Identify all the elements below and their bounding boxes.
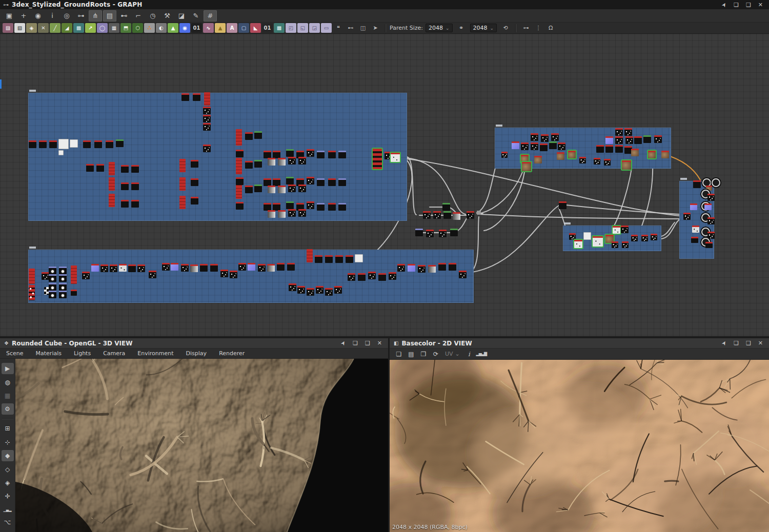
flat-shading-icon[interactable]: ◈ xyxy=(2,477,14,488)
graph-node-nn[interactable] xyxy=(298,209,306,217)
graph-node-nk[interactable] xyxy=(29,140,36,148)
frame-create-icon[interactable]: ◫ xyxy=(357,23,369,33)
graph-node-got[interactable] xyxy=(373,149,382,169)
bitmap-node-icon[interactable]: ▨ xyxy=(3,23,13,33)
float-window-icon[interactable]: ❏ xyxy=(353,340,358,346)
graph-node-rt[interactable] xyxy=(109,194,115,207)
stack-align-icon[interactable]: ⋮ xyxy=(533,23,544,33)
graph-node-nn[interactable] xyxy=(604,159,611,166)
solid-shading-icon[interactable]: ◆ xyxy=(2,450,14,461)
graph-node-gr[interactable] xyxy=(268,186,275,193)
light-icon[interactable]: ◍ xyxy=(2,376,14,387)
pin-icon[interactable]: ➤ xyxy=(339,339,347,346)
export-image-icon[interactable]: ❏ xyxy=(393,349,405,359)
graph-node-nd[interactable] xyxy=(59,274,67,282)
graph-node-nd[interactable] xyxy=(59,291,67,298)
grid-snap-icon[interactable]: # xyxy=(204,10,217,22)
graph-node-nk[interactable] xyxy=(287,263,295,271)
graph-node-wt[interactable] xyxy=(583,232,591,240)
graph-node-nn[interactable] xyxy=(625,136,633,144)
graph-node-nn[interactable] xyxy=(397,264,405,272)
graph-node-nn[interactable] xyxy=(100,264,108,272)
graph-node-nn[interactable] xyxy=(624,128,632,136)
graph-node-nk[interactable] xyxy=(615,145,623,153)
graph-node-nn[interactable] xyxy=(501,152,508,158)
graph-node-nd[interactable] xyxy=(49,267,56,274)
graph-node-nn[interactable] xyxy=(162,263,170,271)
graph-node-nn[interactable] xyxy=(418,265,426,273)
graph-node-nn[interactable] xyxy=(307,149,314,157)
pyramid-node-icon[interactable]: ▲ xyxy=(168,23,178,33)
graph-node-nn[interactable] xyxy=(203,145,211,152)
3d-viewport[interactable] xyxy=(15,359,388,532)
graph-node-nk[interactable] xyxy=(245,161,253,169)
graph-node-nn[interactable] xyxy=(439,230,447,237)
graph-node-nk[interactable] xyxy=(94,140,102,148)
shape-node-icon[interactable]: ◯ xyxy=(97,23,108,33)
graph-node-nk[interactable] xyxy=(191,197,198,204)
graph-node-nk[interactable] xyxy=(691,237,698,243)
graph-node-nd[interactable] xyxy=(59,267,67,274)
graph-node-nn[interactable] xyxy=(433,211,441,219)
parent-size-height-dropdown[interactable]: 2048 ⌄ xyxy=(470,24,497,32)
svg-node-icon[interactable]: ▧ xyxy=(14,23,25,33)
fill-node-icon[interactable]: ◣ xyxy=(250,23,261,33)
graph-node-pp[interactable] xyxy=(408,264,415,272)
graph-node-go[interactable] xyxy=(521,155,529,162)
graph-node-nk[interactable] xyxy=(83,140,91,148)
graph-node-nk[interactable] xyxy=(335,255,343,263)
spline-node-icon[interactable]: ∿ xyxy=(203,23,214,33)
link-nodes-icon[interactable]: ⊶ xyxy=(74,10,88,22)
graph-node-nn[interactable] xyxy=(594,158,600,165)
graph-node-nk[interactable] xyxy=(128,264,136,272)
graph-canvas[interactable] xyxy=(0,34,769,336)
graph-node-rt[interactable] xyxy=(307,249,313,262)
graph-node-ng[interactable] xyxy=(450,229,458,236)
graph-node-rt[interactable] xyxy=(236,129,242,146)
selection-node-icon[interactable]: ▢ xyxy=(238,23,249,33)
graph-node-ng[interactable] xyxy=(286,177,294,185)
menu-camera[interactable]: Camera xyxy=(97,349,131,358)
graph-node-ng[interactable] xyxy=(549,141,557,149)
graph-node-nk[interactable] xyxy=(71,290,77,296)
scene-tree-icon[interactable]: ⌥ xyxy=(2,517,14,528)
graph-node-nb[interactable] xyxy=(317,178,325,186)
graph-node-rtc[interactable] xyxy=(29,285,35,300)
extrude-node-icon[interactable]: ⬒ xyxy=(120,23,131,33)
graph-node-nn[interactable] xyxy=(288,157,296,165)
graph-view-icon[interactable]: ⋔ xyxy=(89,10,102,22)
graph-node-nk[interactable] xyxy=(438,263,446,271)
frame-base[interactable] xyxy=(28,93,407,221)
graph-node-br[interactable] xyxy=(534,156,542,163)
graph-node-nk[interactable] xyxy=(191,160,198,168)
shuffle-node-icon[interactable]: ✕ xyxy=(38,23,49,33)
graph-node-nk[interactable] xyxy=(121,182,129,190)
color-wheel-node-icon[interactable]: ◉ xyxy=(179,23,190,33)
graph-node-nk[interactable] xyxy=(273,178,280,186)
graph-node-nn[interactable] xyxy=(348,273,355,281)
maximize-icon[interactable]: ❑ xyxy=(746,340,751,346)
pin-node-icon[interactable]: ➤ xyxy=(370,23,381,33)
environment-icon[interactable]: ▦ xyxy=(2,390,14,401)
graph-node-nk[interactable] xyxy=(273,151,280,158)
graph-node-nk[interactable] xyxy=(264,151,271,158)
sphere-node-icon[interactable]: ◐ xyxy=(156,23,167,33)
pattern-node-icon[interactable]: ▩ xyxy=(274,23,285,33)
graph-node-nk[interactable] xyxy=(181,93,189,101)
graph-node-nb[interactable] xyxy=(317,151,325,158)
graph-node-nn[interactable] xyxy=(622,241,629,248)
straight-links-icon[interactable]: ⊷ xyxy=(117,10,131,22)
graph-node-nk[interactable] xyxy=(200,264,208,272)
close-icon[interactable]: ✕ xyxy=(758,340,763,346)
float-window-icon[interactable]: ❏ xyxy=(734,2,739,8)
info-icon[interactable]: i xyxy=(463,349,475,359)
atlas1-node-icon[interactable]: ◰ xyxy=(286,23,296,33)
graph-node-ng[interactable] xyxy=(643,135,651,143)
pin-icon[interactable]: ➤ xyxy=(720,1,728,8)
graph-node-pp[interactable] xyxy=(171,263,178,271)
zoom-icon[interactable]: ◎ xyxy=(60,10,73,22)
graph-node-sm[interactable] xyxy=(477,211,481,215)
graph-node-nk[interactable] xyxy=(39,140,47,148)
graph-node-nk[interactable] xyxy=(346,255,353,263)
graph-node-gr[interactable] xyxy=(278,210,286,218)
